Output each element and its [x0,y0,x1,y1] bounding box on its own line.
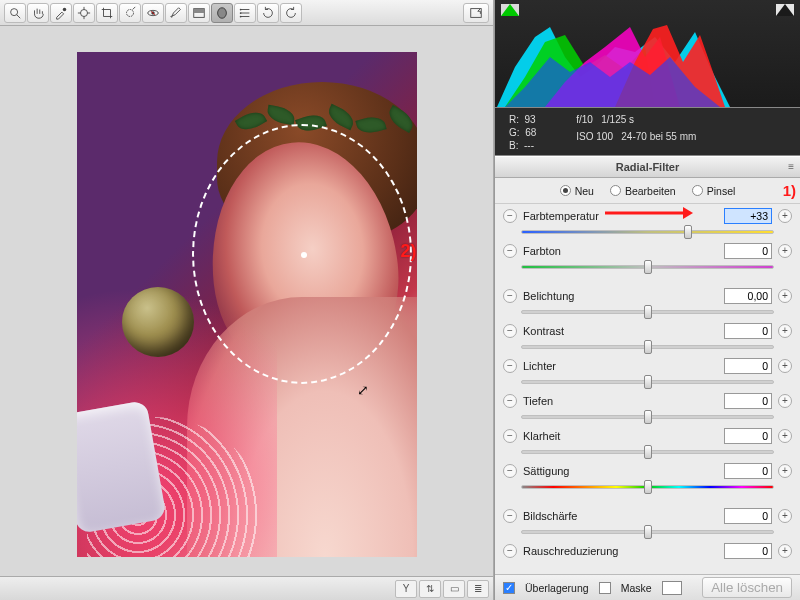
shadows-value-input[interactable] [724,393,772,409]
clarity-thumb[interactable] [644,445,652,459]
slider-sharpness: −Bildschärfe+ [495,504,800,539]
exif-r-label: R: [509,114,519,125]
tool-redeye[interactable] [142,3,164,23]
mask-color-swatch[interactable] [662,581,682,595]
annotation-label-1: 1) [783,182,796,199]
image-viewport[interactable]: 2) ⤢ [0,26,493,576]
contrast-thumb[interactable] [644,340,652,354]
resize-cursor-icon: ⤢ [357,382,369,398]
radial-filter-center-pin[interactable] [301,252,307,258]
sharpness-minus-button[interactable]: − [503,509,517,523]
noise-minus-button[interactable]: − [503,544,517,558]
svg-point-20 [240,15,242,17]
temperature-minus-button[interactable]: − [503,209,517,223]
tool-zoom[interactable] [4,3,26,23]
tint-minus-button[interactable]: − [503,244,517,258]
exposure-plus-button[interactable]: + [778,289,792,303]
clarity-value-input[interactable] [724,428,772,444]
shadows-minus-button[interactable]: − [503,394,517,408]
mode-brush-radio[interactable]: Pinsel [692,185,736,197]
svg-point-18 [240,8,242,10]
svg-line-1 [17,14,21,18]
contrast-plus-button[interactable]: + [778,324,792,338]
highlights-thumb[interactable] [644,375,652,389]
temperature-track[interactable] [521,230,774,234]
tool-color-sampler[interactable] [73,3,95,23]
clarity-minus-button[interactable]: − [503,429,517,443]
tool-presets[interactable] [234,3,256,23]
contrast-value-input[interactable] [724,323,772,339]
overlay-checkbox[interactable]: ✓ [503,582,515,594]
slider-contrast: −Kontrast+ [495,319,800,354]
slider-shadows: −Tiefen+ [495,389,800,424]
compare-button[interactable]: Y [395,580,417,598]
shadows-plus-button[interactable]: + [778,394,792,408]
contrast-minus-button[interactable]: − [503,324,517,338]
exif-readout: R: 93 G: 68 B: --- f/10 1/125 s ISO 100 … [495,108,800,156]
image-canvas[interactable]: 2) ⤢ [77,52,417,557]
mode-new-radio[interactable]: Neu [560,185,594,197]
clarity-plus-button[interactable]: + [778,429,792,443]
swap-button[interactable]: ⇅ [419,580,441,598]
filter-mode-row: Neu Bearbeiten Pinsel 1) [495,178,800,204]
saturation-value-input[interactable] [724,463,772,479]
exposure-minus-button[interactable]: − [503,289,517,303]
exif-aperture: f/10 [576,114,593,125]
exposure-thumb[interactable] [644,305,652,319]
shadows-thumb[interactable] [644,410,652,424]
noise-plus-button[interactable]: + [778,544,792,558]
tint-thumb[interactable] [644,260,652,274]
tint-plus-button[interactable]: + [778,244,792,258]
toggle-fullscreen-button[interactable] [463,3,489,23]
temperature-thumb[interactable] [684,225,692,239]
noise-value-input[interactable] [724,543,772,559]
sharpness-thumb[interactable] [644,525,652,539]
slider-exposure: −Belichtung+ [495,284,800,319]
tool-eyedropper[interactable] [50,3,72,23]
clarity-label: Klarheit [523,430,718,442]
panel-title: Radial-Filter [616,161,680,173]
highlights-minus-button[interactable]: − [503,359,517,373]
exif-r-value: 93 [525,114,536,125]
histogram[interactable] [495,0,800,108]
tool-adjustment-brush[interactable] [165,3,187,23]
svg-rect-13 [194,8,205,12]
saturation-minus-button[interactable]: − [503,464,517,478]
mask-checkbox[interactable] [599,582,611,594]
tool-spot-removal[interactable] [119,3,141,23]
temperature-plus-button[interactable]: + [778,209,792,223]
sharpness-value-input[interactable] [724,508,772,524]
tool-hand[interactable] [27,3,49,23]
svg-point-19 [240,12,242,14]
saturation-plus-button[interactable]: + [778,464,792,478]
temperature-label: Farbtemperatur [523,210,718,222]
exposure-label: Belichtung [523,290,718,302]
overlay-label: Überlagerung [525,582,589,594]
tool-rotate-cw[interactable] [280,3,302,23]
grid-toggle-button[interactable]: ≣ [467,580,489,598]
exif-g-label: G: [509,127,520,138]
sharpness-plus-button[interactable]: + [778,509,792,523]
svg-point-14 [218,7,227,18]
viewport-footer: Y ⇅ ▭ ≣ [0,576,493,600]
exif-iso: ISO 100 [576,131,613,142]
panel-menu-icon[interactable]: ≡ [788,161,794,172]
adjustment-panel: R: 93 G: 68 B: --- f/10 1/125 s ISO 100 … [494,0,800,600]
tint-value-input[interactable] [724,243,772,259]
clear-all-button[interactable]: Alle löschen [702,577,792,598]
highlights-value-input[interactable] [724,358,772,374]
contrast-label: Kontrast [523,325,718,337]
mode-edit-radio[interactable]: Bearbeiten [610,185,676,197]
tool-crop[interactable] [96,3,118,23]
exif-shutter: 1/125 s [601,114,634,125]
highlights-plus-button[interactable]: + [778,359,792,373]
temperature-value-input[interactable] [724,208,772,224]
tool-graduated-filter[interactable] [188,3,210,23]
saturation-thumb[interactable] [644,480,652,494]
exposure-value-input[interactable] [724,288,772,304]
before-after-button[interactable]: ▭ [443,580,465,598]
svg-point-3 [81,9,88,16]
tool-rotate-ccw[interactable] [257,3,279,23]
exif-b-label: B: [509,140,518,151]
tool-radial-filter[interactable] [211,3,233,23]
